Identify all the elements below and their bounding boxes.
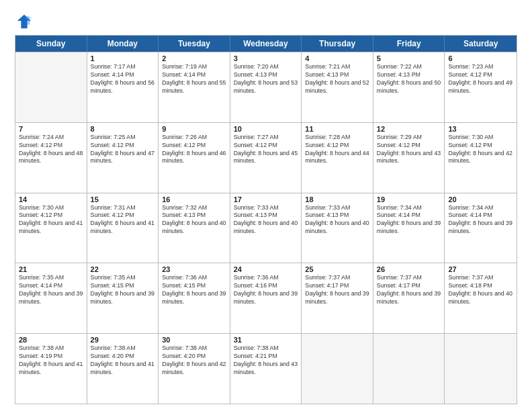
day-info: Sunrise: 7:36 AMSunset: 4:15 PMDaylight:… [162, 274, 226, 306]
day-info: Sunrise: 7:38 AMSunset: 4:20 PMDaylight:… [162, 345, 226, 377]
day-info: Sunrise: 7:38 AMSunset: 4:19 PMDaylight:… [19, 345, 83, 377]
day-number: 28 [19, 336, 83, 344]
table-row: 23Sunrise: 7:36 AMSunset: 4:15 PMDayligh… [159, 263, 230, 333]
day-info: Sunrise: 7:19 AMSunset: 4:14 PMDaylight:… [162, 63, 226, 95]
calendar-row-3: 14Sunrise: 7:30 AMSunset: 4:12 PMDayligh… [15, 193, 517, 263]
header-day-sunday: Sunday [15, 36, 87, 52]
calendar-row-1: 1Sunrise: 7:17 AMSunset: 4:14 PMDaylight… [15, 52, 517, 122]
day-info: Sunrise: 7:29 AMSunset: 4:12 PMDaylight:… [377, 134, 441, 166]
day-number: 30 [162, 336, 226, 344]
logo [15, 12, 36, 31]
day-number: 8 [91, 125, 155, 133]
table-row: 5Sunrise: 7:22 AMSunset: 4:13 PMDaylight… [373, 52, 445, 122]
table-row: 30Sunrise: 7:38 AMSunset: 4:20 PMDayligh… [159, 334, 230, 404]
day-info: Sunrise: 7:38 AMSunset: 4:21 PMDaylight:… [234, 345, 298, 377]
day-info: Sunrise: 7:37 AMSunset: 4:18 PMDaylight:… [448, 274, 513, 306]
day-number: 10 [234, 125, 298, 133]
table-row [373, 334, 445, 404]
day-number: 27 [448, 265, 513, 273]
table-row: 2Sunrise: 7:19 AMSunset: 4:14 PMDaylight… [159, 52, 230, 122]
table-row: 22Sunrise: 7:35 AMSunset: 4:15 PMDayligh… [87, 263, 159, 333]
day-number: 12 [377, 125, 441, 133]
day-info: Sunrise: 7:33 AMSunset: 4:13 PMDaylight:… [305, 204, 369, 236]
day-number: 23 [162, 265, 226, 273]
table-row: 12Sunrise: 7:29 AMSunset: 4:12 PMDayligh… [373, 123, 445, 193]
table-row: 20Sunrise: 7:34 AMSunset: 4:14 PMDayligh… [445, 193, 517, 263]
table-row: 21Sunrise: 7:35 AMSunset: 4:14 PMDayligh… [15, 263, 87, 333]
table-row: 4Sunrise: 7:21 AMSunset: 4:13 PMDaylight… [302, 52, 373, 122]
day-info: Sunrise: 7:30 AMSunset: 4:12 PMDaylight:… [448, 134, 513, 166]
table-row: 11Sunrise: 7:28 AMSunset: 4:12 PMDayligh… [302, 123, 373, 193]
day-info: Sunrise: 7:34 AMSunset: 4:14 PMDaylight:… [448, 204, 513, 236]
table-row: 24Sunrise: 7:36 AMSunset: 4:16 PMDayligh… [230, 263, 302, 333]
day-info: Sunrise: 7:38 AMSunset: 4:20 PMDaylight:… [91, 345, 155, 377]
table-row: 28Sunrise: 7:38 AMSunset: 4:19 PMDayligh… [15, 334, 87, 404]
table-row: 6Sunrise: 7:23 AMSunset: 4:12 PMDaylight… [445, 52, 517, 122]
table-row [15, 52, 87, 122]
header-day-wednesday: Wednesday [230, 36, 302, 52]
day-info: Sunrise: 7:31 AMSunset: 4:12 PMDaylight:… [91, 204, 155, 236]
table-row: 19Sunrise: 7:34 AMSunset: 4:14 PMDayligh… [373, 193, 445, 263]
header-day-saturday: Saturday [445, 36, 517, 52]
day-number: 29 [91, 336, 155, 344]
day-info: Sunrise: 7:26 AMSunset: 4:12 PMDaylight:… [162, 134, 226, 166]
day-number: 1 [91, 54, 155, 62]
table-row: 16Sunrise: 7:32 AMSunset: 4:13 PMDayligh… [159, 193, 230, 263]
day-info: Sunrise: 7:35 AMSunset: 4:14 PMDaylight:… [19, 274, 83, 306]
day-info: Sunrise: 7:33 AMSunset: 4:13 PMDaylight:… [234, 204, 298, 236]
table-row [445, 334, 517, 404]
day-info: Sunrise: 7:17 AMSunset: 4:14 PMDaylight:… [91, 63, 155, 95]
day-info: Sunrise: 7:34 AMSunset: 4:14 PMDaylight:… [377, 204, 441, 236]
table-row [302, 334, 373, 404]
table-row: 15Sunrise: 7:31 AMSunset: 4:12 PMDayligh… [87, 193, 159, 263]
day-number: 26 [377, 265, 441, 273]
calendar-row-5: 28Sunrise: 7:38 AMSunset: 4:19 PMDayligh… [15, 333, 517, 404]
day-info: Sunrise: 7:22 AMSunset: 4:13 PMDaylight:… [377, 63, 441, 95]
day-number: 19 [377, 195, 441, 203]
page: SundayMondayTuesdayWednesdayThursdayFrid… [0, 0, 532, 411]
day-number: 14 [19, 195, 83, 203]
day-number: 13 [448, 125, 513, 133]
day-info: Sunrise: 7:24 AMSunset: 4:12 PMDaylight:… [19, 134, 83, 166]
table-row: 18Sunrise: 7:33 AMSunset: 4:13 PMDayligh… [302, 193, 373, 263]
table-row: 14Sunrise: 7:30 AMSunset: 4:12 PMDayligh… [15, 193, 87, 263]
table-row: 3Sunrise: 7:20 AMSunset: 4:13 PMDaylight… [230, 52, 302, 122]
day-number: 25 [305, 265, 369, 273]
day-number: 3 [234, 54, 298, 62]
day-info: Sunrise: 7:36 AMSunset: 4:16 PMDaylight:… [234, 274, 298, 306]
day-number: 16 [162, 195, 226, 203]
header-day-thursday: Thursday [302, 36, 373, 52]
header-day-friday: Friday [373, 36, 445, 52]
day-number: 4 [305, 54, 369, 62]
table-row: 25Sunrise: 7:37 AMSunset: 4:17 PMDayligh… [302, 263, 373, 333]
day-info: Sunrise: 7:32 AMSunset: 4:13 PMDaylight:… [162, 204, 226, 236]
table-row: 10Sunrise: 7:27 AMSunset: 4:12 PMDayligh… [230, 123, 302, 193]
table-row: 27Sunrise: 7:37 AMSunset: 4:18 PMDayligh… [445, 263, 517, 333]
table-row: 26Sunrise: 7:37 AMSunset: 4:17 PMDayligh… [373, 263, 445, 333]
logo-icon [15, 12, 34, 31]
day-number: 9 [162, 125, 226, 133]
day-number: 5 [377, 54, 441, 62]
table-row: 8Sunrise: 7:25 AMSunset: 4:12 PMDaylight… [87, 123, 159, 193]
day-info: Sunrise: 7:30 AMSunset: 4:12 PMDaylight:… [19, 204, 83, 236]
day-info: Sunrise: 7:27 AMSunset: 4:12 PMDaylight:… [234, 134, 298, 166]
table-row: 1Sunrise: 7:17 AMSunset: 4:14 PMDaylight… [87, 52, 159, 122]
day-info: Sunrise: 7:21 AMSunset: 4:13 PMDaylight:… [305, 63, 369, 95]
day-number: 22 [91, 265, 155, 273]
day-number: 7 [19, 125, 83, 133]
day-info: Sunrise: 7:25 AMSunset: 4:12 PMDaylight:… [91, 134, 155, 166]
calendar-body: 1Sunrise: 7:17 AMSunset: 4:14 PMDaylight… [15, 52, 517, 404]
table-row: 29Sunrise: 7:38 AMSunset: 4:20 PMDayligh… [87, 334, 159, 404]
day-info: Sunrise: 7:20 AMSunset: 4:13 PMDaylight:… [234, 63, 298, 95]
header-day-monday: Monday [87, 36, 159, 52]
header [15, 12, 517, 31]
day-number: 6 [448, 54, 513, 62]
day-number: 15 [91, 195, 155, 203]
day-number: 18 [305, 195, 369, 203]
table-row: 13Sunrise: 7:30 AMSunset: 4:12 PMDayligh… [445, 123, 517, 193]
day-info: Sunrise: 7:37 AMSunset: 4:17 PMDaylight:… [305, 274, 369, 306]
table-row: 17Sunrise: 7:33 AMSunset: 4:13 PMDayligh… [230, 193, 302, 263]
calendar-header: SundayMondayTuesdayWednesdayThursdayFrid… [15, 36, 517, 52]
day-number: 24 [234, 265, 298, 273]
table-row: 9Sunrise: 7:26 AMSunset: 4:12 PMDaylight… [159, 123, 230, 193]
